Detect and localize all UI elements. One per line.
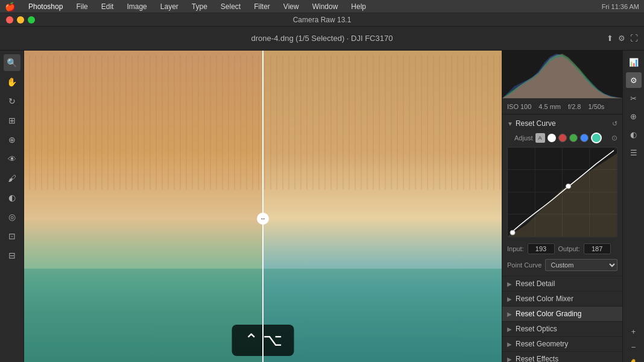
output-label: Output: [558, 245, 580, 252]
reset-effects-item[interactable]: ▶ Reset Effects [502, 351, 622, 362]
zoom-in-icon[interactable]: + [626, 323, 642, 339]
color-dot-blue[interactable] [580, 134, 589, 142]
zoom-out-icon[interactable]: − [626, 339, 642, 355]
settings-icon[interactable]: ⚙ [618, 34, 625, 43]
menu-select[interactable]: Select [218, 1, 243, 12]
menu-photoshop[interactable]: Photoshop [26, 1, 65, 12]
reset-color-grading-item[interactable]: ▶ Reset Color Grading [502, 306, 622, 321]
right-icons-bottom: + − ✋ ⊞ [626, 323, 642, 362]
panel-content: ▼ Reset Curve ↺ Adjust A ⊙ [502, 114, 622, 362]
color-dot-white[interactable] [548, 134, 556, 142]
shortcut-key-main: ⌥ [263, 332, 282, 349]
curve-section-header[interactable]: ▼ Reset Curve ↺ [502, 117, 622, 130]
menu-view[interactable]: View [281, 1, 301, 12]
shortcut-key-modifier: ⌃ [244, 332, 258, 349]
input-label: Input: [507, 245, 524, 252]
right-panel: ISO 100 4.5 mm f/2.8 1/50s ▼ Reset Curve… [502, 51, 622, 362]
reset-detail-item[interactable]: ▶ Reset Detail [502, 276, 622, 291]
tool-redeye[interactable]: 👁 [4, 151, 21, 167]
menu-file[interactable]: File [74, 1, 90, 12]
color-dot-teal[interactable] [591, 133, 602, 143]
curve-chevron: ▼ [507, 120, 513, 127]
reset-detail-chevron: ▶ [507, 281, 512, 287]
menu-type[interactable]: Type [189, 1, 210, 12]
tool-hand[interactable]: ✋ [4, 73, 21, 90]
curve-auto-icon[interactable]: ⊙ [611, 134, 617, 142]
maximize-button[interactable] [28, 16, 35, 23]
reset-geometry-item[interactable]: ▶ Reset Geometry [502, 336, 622, 351]
reset-effects-chevron: ▶ [507, 356, 512, 363]
reset-optics-chevron: ▶ [507, 326, 512, 332]
meta-aperture: f/2.8 [568, 103, 581, 110]
reset-geometry-label: Reset Geometry [516, 340, 568, 348]
pc-label: Point Curve [507, 261, 541, 269]
share-icon[interactable]: ⬆ [607, 34, 613, 43]
reset-items-list: ▶ Reset Detail ▶ Reset Color Mixer ▶ Res… [502, 276, 622, 362]
content-wrapper: 🔍 ✋ ↻ ⊞ ⊕ 👁 🖌 ◐ ◎ ⊡ ⊟ ↔ ⌃ ⌥ [0, 51, 644, 362]
histogram-icon[interactable]: 📊 [626, 54, 642, 70]
input-value[interactable]: 193 [528, 243, 555, 254]
tool-gradient[interactable]: ◐ [4, 189, 21, 206]
cr-title-icons: ⬆ ⚙ ⛶ [607, 34, 638, 43]
minimize-button[interactable] [17, 16, 24, 23]
hand-icon[interactable]: ✋ [626, 355, 642, 362]
healing-icon[interactable]: ⊕ [626, 108, 642, 124]
curve-section-title: Reset Curve [516, 119, 610, 128]
crop-icon[interactable]: ✂ [626, 90, 642, 106]
output-value[interactable]: 187 [584, 243, 611, 254]
expand-icon[interactable]: ⛶ [630, 34, 638, 43]
tool-radial[interactable]: ◎ [4, 208, 21, 225]
cr-title-bar: drone-4.dng (1/5 Selected) · DJI FC3170 … [0, 27, 644, 51]
tool-heal[interactable]: ⊕ [4, 131, 21, 148]
color-dot-green[interactable] [569, 134, 578, 142]
reset-color-mixer-item[interactable]: ▶ Reset Color Mixer [502, 291, 622, 306]
curve-container[interactable] [507, 147, 617, 237]
adjustments-icon[interactable]: ⚙ [626, 72, 642, 88]
left-toolbar: 🔍 ✋ ↻ ⊞ ⊕ 👁 🖌 ◐ ◎ ⊡ ⊟ [0, 51, 24, 362]
reset-geometry-chevron: ▶ [507, 341, 512, 348]
color-dot-red[interactable] [558, 134, 567, 142]
apple-menu[interactable]: 🍎 [5, 2, 15, 11]
auto-button[interactable]: A [535, 133, 545, 143]
reset-optics-item[interactable]: ▶ Reset Optics [502, 321, 622, 336]
curve-reset-icon[interactable]: ↺ [612, 120, 617, 128]
tool-zoom[interactable]: 🔍 [4, 54, 21, 71]
traffic-lights [6, 16, 35, 23]
menu-bar-right: Fri 11:36 AM [602, 3, 639, 10]
beach-image: ↔ [24, 51, 502, 362]
split-handle-arrow[interactable]: ↔ [257, 213, 269, 225]
tool-select[interactable]: ⊡ [4, 228, 21, 245]
pc-select[interactable]: Custom [545, 259, 617, 271]
menu-image[interactable]: Image [124, 1, 149, 12]
reset-color-mixer-label: Reset Color Mixer [516, 295, 573, 303]
right-icons: 📊 ⚙ ✂ ⊕ ◐ ☰ + − ✋ ⊞ [622, 51, 644, 362]
reset-optics-label: Reset Optics [516, 325, 557, 333]
close-button[interactable] [6, 16, 13, 23]
tool-crop[interactable]: ⊞ [4, 112, 21, 129]
canvas-area[interactable]: ↔ ⌃ ⌥ [24, 51, 502, 362]
svg-point-9 [566, 184, 571, 189]
menu-layer[interactable]: Layer [158, 1, 181, 12]
adjust-label: Adjust [514, 134, 533, 142]
reset-color-grading-chevron: ▶ [507, 311, 512, 317]
tool-snap[interactable]: ⊟ [4, 247, 21, 264]
masks-icon[interactable]: ◐ [626, 126, 642, 142]
reset-color-grading-label: Reset Color Grading [516, 310, 581, 318]
meta-shutter: 1/50s [588, 103, 604, 110]
svg-point-10 [510, 230, 515, 235]
histogram-svg [502, 51, 622, 98]
menu-filter[interactable]: Filter [251, 1, 273, 12]
app-title: Camera Raw 13.1 [293, 16, 352, 24]
pc-row: Point Curve Custom [502, 258, 622, 276]
menu-help[interactable]: Help [349, 1, 368, 12]
menu-window[interactable]: Window [310, 1, 341, 12]
split-handle[interactable]: ↔ [262, 51, 264, 362]
presets-icon[interactable]: ☰ [626, 145, 642, 160]
tool-rotate[interactable]: ↻ [4, 93, 21, 110]
meta-iso: ISO 100 [507, 103, 531, 110]
adjust-row: Adjust A ⊙ [502, 130, 622, 147]
menu-edit[interactable]: Edit [99, 1, 116, 12]
metadata-row: ISO 100 4.5 mm f/2.8 1/50s [502, 99, 622, 114]
meta-mm: 4.5 mm [538, 103, 561, 110]
tool-brush[interactable]: 🖌 [4, 170, 21, 187]
